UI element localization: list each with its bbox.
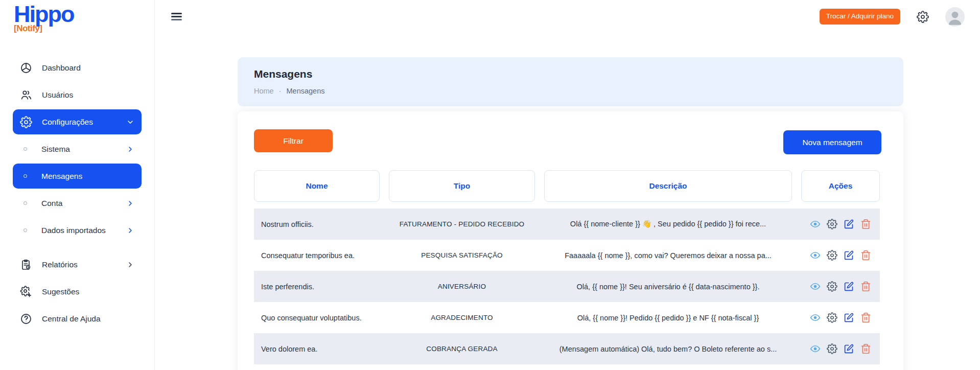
cell-descricao: Olá {{ nome-cliente }} 👋 , Seu pedido {{… bbox=[544, 220, 792, 228]
edit-icon[interactable] bbox=[844, 312, 854, 323]
cell-acoes bbox=[801, 250, 880, 261]
filter-button[interactable]: Filtrar bbox=[254, 129, 333, 152]
sidebar: Hippo [Notify] Dashboard Usuários bbox=[0, 0, 155, 370]
delete-icon[interactable] bbox=[860, 219, 871, 229]
table-row: Nostrum officiis. FATURAMENTO - PEDIDO R… bbox=[254, 209, 880, 240]
cell-descricao: Olá, {{ nome }}! Seu aniversário é {{ da… bbox=[544, 283, 792, 291]
bullet-icon bbox=[24, 201, 27, 205]
sidebar-item-central-de-ajuda[interactable]: Central de Ajuda bbox=[13, 306, 142, 331]
view-icon[interactable] bbox=[810, 281, 821, 292]
settings-icon[interactable] bbox=[827, 219, 837, 229]
cell-nome: Consequatur temporibus ea. bbox=[254, 251, 380, 260]
topbar-actions: Trocar / Adquirir plano bbox=[820, 7, 965, 27]
cell-tipo: ANIVERSÁRIO bbox=[389, 283, 535, 290]
settings-icon[interactable] bbox=[827, 281, 837, 292]
cell-tipo: AGRADECIMENTO bbox=[389, 314, 535, 321]
column-header-descricao[interactable]: Descrição bbox=[544, 170, 792, 202]
breadcrumb-separator: · bbox=[279, 87, 282, 95]
chevron-down-icon bbox=[126, 118, 134, 126]
cell-nome: Vero dolorem ea. bbox=[254, 345, 380, 353]
delete-icon[interactable] bbox=[860, 312, 871, 323]
page-title: Mensagens bbox=[254, 68, 887, 80]
sidebar-item-conta[interactable]: Conta bbox=[13, 191, 142, 216]
chevron-right-icon bbox=[126, 145, 134, 153]
view-icon[interactable] bbox=[810, 343, 821, 354]
chevron-right-icon bbox=[126, 226, 134, 235]
cell-tipo: FATURAMENTO - PEDIDO RECEBIDO bbox=[389, 220, 535, 228]
cell-nome: Iste perferendis. bbox=[254, 283, 380, 291]
column-header-nome[interactable]: Nome bbox=[254, 170, 380, 202]
edit-icon[interactable] bbox=[844, 343, 854, 354]
change-plan-button[interactable]: Trocar / Adquirir plano bbox=[820, 9, 900, 25]
cell-nome: Quo consequatur voluptatibus. bbox=[254, 314, 380, 322]
cell-descricao: (Mensagem automática) Olá, tudo bem? O B… bbox=[544, 345, 792, 353]
sidebar-item-label: Sugestões bbox=[42, 287, 79, 296]
app-logo[interactable]: Hippo [Notify] bbox=[14, 2, 74, 34]
delete-icon[interactable] bbox=[860, 343, 871, 354]
sidebar-item-dados-importados[interactable]: Dados importados bbox=[13, 218, 142, 243]
delete-icon[interactable] bbox=[860, 250, 871, 261]
gear-plus-icon bbox=[20, 286, 32, 298]
sidebar-item-usuarios[interactable]: Usuários bbox=[13, 82, 142, 107]
cell-descricao: Olá, {{ nome }}! Pedido {{ pedido }} e N… bbox=[544, 314, 792, 322]
sidebar-menu: Dashboard Usuários Configurações bbox=[0, 55, 154, 333]
sidebar-item-configuracoes[interactable]: Configurações bbox=[13, 109, 142, 134]
cell-nome: Nostrum officiis. bbox=[254, 220, 380, 228]
edit-icon[interactable] bbox=[844, 219, 854, 229]
sidebar-item-sugestoes[interactable]: Sugestões bbox=[13, 279, 142, 304]
main-content: Mensagens Home · Mensagens Filtrar Nova … bbox=[155, 33, 980, 370]
topbar: Trocar / Adquirir plano bbox=[155, 0, 980, 33]
user-avatar[interactable] bbox=[945, 7, 965, 27]
messages-card: Filtrar Nova mensagem Nome Tipo Descriçã… bbox=[238, 111, 903, 370]
sidebar-item-dashboard[interactable]: Dashboard bbox=[13, 55, 142, 80]
breadcrumb: Home · Mensagens bbox=[254, 87, 887, 95]
table-header: Nome Tipo Descrição Ações bbox=[254, 170, 880, 202]
sidebar-item-label: Relatórios bbox=[42, 260, 78, 269]
view-icon[interactable] bbox=[810, 312, 821, 323]
sidebar-item-mensagens[interactable]: Mensagens bbox=[13, 164, 142, 189]
cell-acoes bbox=[801, 281, 880, 292]
sidebar-item-sistema[interactable]: Sistema bbox=[13, 136, 142, 161]
settings-icon[interactable] bbox=[827, 250, 837, 261]
report-icon bbox=[20, 259, 32, 271]
edit-icon[interactable] bbox=[844, 250, 854, 261]
cell-descricao: Faaaaala {{ nome }}, como vai? Queremos … bbox=[544, 251, 792, 260]
table-row: Quo consequatur voluptatibus. AGRADECIME… bbox=[254, 302, 880, 333]
sidebar-item-label: Dashboard bbox=[42, 63, 81, 73]
sidebar-item-label: Sistema bbox=[41, 145, 70, 154]
new-message-button[interactable]: Nova mensagem bbox=[783, 130, 881, 154]
sidebar-item-label: Central de Ajuda bbox=[42, 314, 101, 323]
settings-icon[interactable] bbox=[827, 312, 837, 323]
menu-toggle-icon[interactable] bbox=[171, 11, 182, 22]
view-icon[interactable] bbox=[810, 250, 821, 261]
bullet-icon bbox=[24, 174, 27, 178]
column-header-acoes[interactable]: Ações bbox=[801, 170, 880, 202]
logo-text: Hippo bbox=[14, 2, 74, 27]
breadcrumb-home-link[interactable]: Home bbox=[254, 87, 274, 95]
bullet-icon bbox=[24, 147, 27, 151]
sidebar-item-label: Mensagens bbox=[41, 172, 82, 181]
table-body: Nostrum officiis. FATURAMENTO - PEDIDO R… bbox=[254, 209, 880, 364]
delete-icon[interactable] bbox=[860, 281, 871, 292]
cell-tipo: PESQUISA SATISFAÇÃO bbox=[389, 251, 535, 259]
sidebar-item-label: Conta bbox=[41, 199, 62, 208]
chevron-right-icon bbox=[126, 199, 134, 207]
table-row: Vero dolorem ea. COBRANÇA GERADA (Mensag… bbox=[254, 333, 880, 364]
help-icon bbox=[20, 313, 32, 325]
breadcrumb-current: Mensagens bbox=[287, 87, 325, 95]
sidebar-item-label: Dados importados bbox=[41, 226, 106, 235]
sidebar-item-relatorios[interactable]: Relatórios bbox=[13, 252, 142, 277]
settings-icon[interactable] bbox=[827, 343, 837, 354]
cell-acoes bbox=[801, 219, 880, 229]
page-header-card: Mensagens Home · Mensagens bbox=[238, 57, 903, 106]
table-row: Consequatur temporibus ea. PESQUISA SATI… bbox=[254, 240, 880, 271]
gear-icon bbox=[20, 116, 32, 128]
settings-gear-icon[interactable] bbox=[917, 11, 929, 23]
cell-acoes bbox=[801, 343, 880, 354]
sidebar-item-label: Configurações bbox=[42, 118, 93, 127]
view-icon[interactable] bbox=[810, 219, 821, 229]
column-header-tipo[interactable]: Tipo bbox=[389, 170, 535, 202]
edit-icon[interactable] bbox=[844, 281, 854, 292]
table-row: Iste perferendis. ANIVERSÁRIO Olá, {{ no… bbox=[254, 271, 880, 302]
chevron-right-icon bbox=[126, 261, 134, 269]
